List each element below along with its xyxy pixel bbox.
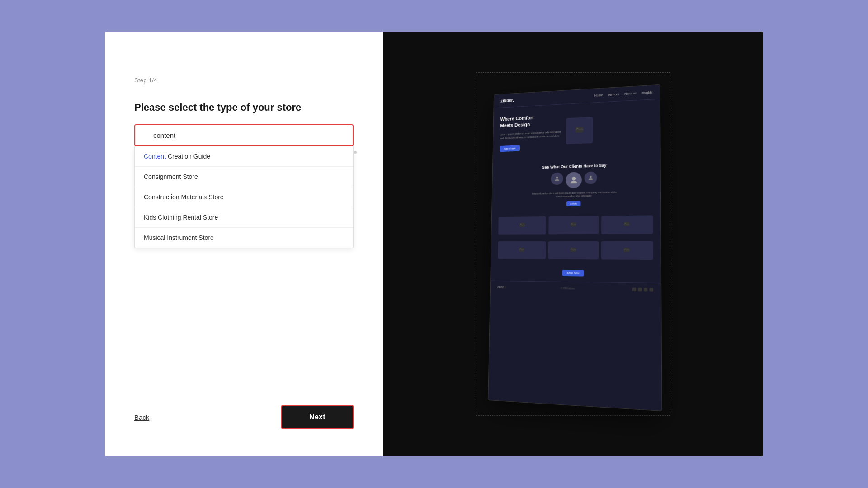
footer-social [632,287,653,291]
social-icon-4 [649,288,653,291]
nav-link-about: About us [624,92,637,95]
dropdown-item-highlight: Content [144,153,166,160]
testimonial-cta: Activity [566,201,580,206]
scroll-indicator [354,151,357,154]
mockup-hero-image [566,117,592,144]
mockup-gallery-row2 [491,237,661,263]
testimonial-text: Praesent pretium diam velit lorem ipsum … [530,191,619,199]
dropdown-item-musical-instrument[interactable]: Musical Instrument Store [135,228,353,248]
social-icon-1 [632,287,636,291]
svg-point-2 [556,177,558,179]
dropdown-item-kids-clothing[interactable]: Kids Clothing Rental Store [135,207,353,228]
gallery-item-4 [498,241,546,259]
dropdown-item-label: Construction Materials Store [144,193,224,201]
mockup-footer: zibber. © 2024 zibber. [490,280,660,296]
main-container: Step 1/4 Please select the type of your … [105,32,763,456]
dropdown-item-content-creation[interactable]: Content Creation Guide [135,146,353,167]
right-panel: zibber. Home Services About us Insights … [383,32,763,456]
dropdown-item-label: Consignment Store [144,173,198,180]
store-type-dropdown: Content Creation Guide Consignment Store… [134,146,354,248]
svg-point-3 [571,177,575,180]
gallery-item-2 [548,216,598,235]
gallery-item-1 [498,216,546,235]
step-label: Step 1/4 [134,77,354,84]
social-icon-3 [643,288,647,291]
gallery-item-6 [601,241,653,260]
mockup-hero: Where ComfortMeets Design Lorem ipsum do… [493,99,660,160]
gallery-item-5 [548,241,599,259]
mockup-hero-title: Where ComfortMeets Design [500,113,561,130]
mockup-hero-text: Where ComfortMeets Design Lorem ipsum do… [500,113,561,152]
next-button[interactable]: Next [281,405,354,429]
svg-point-4 [590,176,592,178]
back-button[interactable]: Back [134,413,149,421]
mockup-bottom-cta: Shop Now [562,270,584,277]
nav-link-services: Services [607,93,619,96]
nav-link-home: Home [594,94,603,97]
social-icon-2 [638,288,642,291]
dropdown-item-consignment[interactable]: Consignment Store [135,167,353,187]
website-mockup: zibber. Home Services About us Insights … [488,84,662,411]
mockup-testimonial: Praesent pretium diam velit lorem ipsum … [492,169,660,213]
dropdown-item-construction[interactable]: Construction Materials Store [135,187,353,207]
avatar-left [551,172,563,185]
dropdown-item-rest: Creation Guide [166,153,210,160]
mockup-gallery-row1 [491,211,660,238]
form-title: Please select the type of your store [134,102,354,113]
dropdown-item-label: Kids Clothing Rental Store [144,214,218,221]
avatar-center [566,172,582,188]
search-input[interactable] [134,124,354,146]
testimonial-avatars [551,171,597,188]
dropdown-item-label: Musical Instrument Store [144,234,214,241]
footer-copy: © 2024 zibber. [560,287,575,290]
mockup-nav-links: Home Services About us Insights [594,91,652,97]
mockup-hero-description: Lorem ipsum dolor sit amet consectetur a… [500,130,561,141]
nav-link-insights: Insights [641,91,652,94]
bottom-actions: Back Next [134,405,354,429]
gallery-item-3 [601,215,653,234]
search-wrapper: ⚲ Content Creation Guide Consignment Sto… [134,124,354,248]
mockup-hero-cta: Shop Now [500,145,519,152]
footer-logo: zibber. [497,286,506,289]
mockup-logo: zibber. [500,98,514,103]
left-panel: Step 1/4 Please select the type of your … [105,32,383,456]
avatar-right [584,171,597,184]
